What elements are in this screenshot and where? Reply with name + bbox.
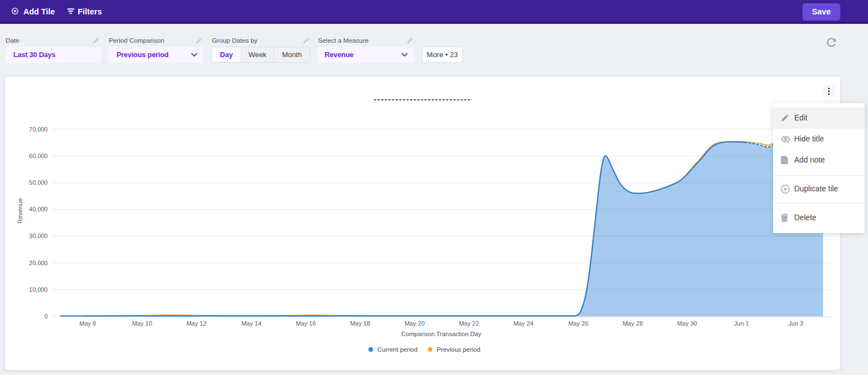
svg-text:Current period: Current period xyxy=(377,346,417,353)
svg-text:0: 0 xyxy=(44,313,48,320)
svg-text:May 30: May 30 xyxy=(677,320,697,327)
svg-text:Comparison Transaction Day: Comparison Transaction Day xyxy=(401,331,482,337)
svg-text:Jun 3: Jun 3 xyxy=(789,320,804,327)
svg-text:Jun 1: Jun 1 xyxy=(734,320,749,327)
svg-text:May 12: May 12 xyxy=(186,320,206,327)
svg-text:Previous period: Previous period xyxy=(437,346,481,353)
svg-text:May 28: May 28 xyxy=(623,320,643,327)
svg-text:May 22: May 22 xyxy=(459,320,479,327)
svg-text:50,000: 50,000 xyxy=(29,179,48,186)
svg-text:Revenue: Revenue xyxy=(17,198,23,224)
svg-text:May 26: May 26 xyxy=(568,320,588,327)
svg-text:30,000: 30,000 xyxy=(29,232,48,239)
svg-text:70,000: 70,000 xyxy=(29,126,48,133)
svg-text:May 10: May 10 xyxy=(132,320,152,327)
svg-text:10,000: 10,000 xyxy=(29,286,48,293)
svg-text:May 16: May 16 xyxy=(296,320,316,327)
svg-text:60,000: 60,000 xyxy=(29,153,48,159)
svg-text:May 14: May 14 xyxy=(241,320,261,327)
svg-text:May 18: May 18 xyxy=(350,320,370,327)
svg-text:May 8: May 8 xyxy=(79,320,96,327)
svg-text:May 24: May 24 xyxy=(513,320,533,327)
svg-text:40,000: 40,000 xyxy=(29,206,48,212)
svg-text:May 20: May 20 xyxy=(405,320,425,327)
svg-text:20,000: 20,000 xyxy=(29,260,48,266)
